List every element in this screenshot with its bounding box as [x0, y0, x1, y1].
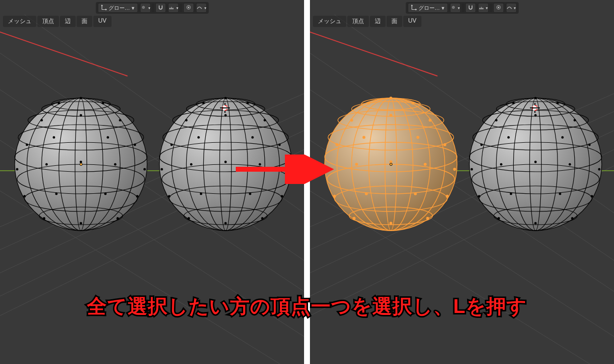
- svg-point-76: [190, 163, 193, 166]
- svg-point-28: [80, 97, 82, 100]
- svg-point-153: [495, 119, 498, 122]
- svg-point-44: [136, 195, 139, 198]
- orientation-label: グロー…: [419, 4, 440, 12]
- svg-point-82: [249, 193, 251, 195]
- svg-point-81: [200, 193, 202, 195]
- svg-point-120: [335, 143, 338, 146]
- svg-point-152: [557, 102, 559, 104]
- svg-point-116: [412, 102, 415, 104]
- svg-point-30: [102, 102, 104, 104]
- menu-vertex[interactable]: 頂点: [347, 16, 369, 27]
- svg-point-67: [185, 119, 188, 122]
- svg-point-45: [55, 193, 57, 195]
- svg-point-155: [534, 114, 537, 117]
- svg-point-71: [279, 144, 281, 146]
- svg-point-154: [574, 119, 576, 122]
- svg-point-36: [53, 136, 55, 139]
- orientation-dropdown[interactable]: グロー… ▾: [98, 3, 138, 13]
- svg-point-127: [424, 163, 427, 166]
- svg-point-129: [333, 195, 336, 198]
- svg-point-73: [251, 136, 254, 139]
- svg-point-134: [426, 217, 429, 220]
- falloff-smooth-icon: [196, 4, 202, 11]
- pivot-icon: [140, 4, 146, 11]
- prop-edit-icon: [186, 4, 192, 11]
- menu-mesh[interactable]: メッシュ: [3, 16, 36, 27]
- prop-edit-toggle[interactable]: [493, 3, 504, 13]
- svg-point-39: [143, 168, 146, 171]
- svg-point-74: [161, 168, 163, 171]
- chevron-down-icon: ▾: [132, 5, 135, 11]
- svg-point-135: [390, 222, 392, 225]
- separator: [153, 3, 153, 12]
- svg-point-3: [188, 7, 189, 8]
- svg-point-43: [23, 195, 26, 198]
- svg-point-118: [429, 119, 432, 122]
- separator: [491, 3, 491, 12]
- prop-falloff-dropdown[interactable]: ▾: [506, 3, 517, 13]
- menu-uv[interactable]: UV: [93, 16, 112, 27]
- 3d-cursor: [530, 103, 540, 113]
- prop-edit-toggle[interactable]: [183, 3, 194, 13]
- menu-mesh[interactable]: メッシュ: [313, 16, 346, 27]
- svg-point-46: [104, 193, 107, 195]
- svg-point-64: [224, 97, 227, 100]
- orientation-dropdown[interactable]: グロー… ▾: [408, 3, 448, 13]
- chevron-down-icon: ▾: [514, 6, 516, 10]
- svg-point-79: [168, 195, 170, 198]
- annotation-caption: 全て選択したい方の頂点一つを選択し、Lを押す: [0, 293, 614, 320]
- svg-point-166: [591, 195, 593, 198]
- svg-point-70: [170, 144, 173, 146]
- svg-point-122: [363, 136, 365, 139]
- svg-point-160: [471, 168, 473, 171]
- svg-point-29: [57, 102, 60, 104]
- svg-point-163: [569, 163, 571, 166]
- header-toolbar: グロー… ▾ ▾ ▾: [96, 2, 209, 14]
- chevron-down-icon: ▾: [148, 6, 150, 10]
- svg-point-126: [355, 163, 358, 166]
- axis-x: [0, 24, 128, 76]
- menu-face[interactable]: 面: [77, 16, 92, 27]
- svg-point-80: [281, 195, 283, 198]
- menu-face[interactable]: 面: [387, 16, 402, 27]
- svg-point-130: [446, 195, 449, 198]
- svg-point-69: [224, 114, 227, 117]
- svg-point-49: [80, 222, 82, 225]
- prop-falloff-dropdown[interactable]: ▾: [196, 3, 207, 13]
- svg-point-31: [40, 119, 43, 122]
- orientation-icon: [101, 4, 107, 11]
- svg-point-162: [500, 163, 502, 166]
- menu-vertex[interactable]: 頂点: [37, 16, 59, 27]
- snap-toggle[interactable]: [155, 3, 166, 13]
- snap-toggle[interactable]: [465, 3, 476, 13]
- svg-point-85: [224, 222, 227, 225]
- menu-edge[interactable]: 辺: [370, 16, 386, 27]
- mode-menu-row: メッシュ 頂点 辺 面 UV: [3, 16, 112, 27]
- magnet-icon: [158, 4, 164, 11]
- separator: [181, 3, 181, 12]
- snap-mode-dropdown[interactable]: ▾: [168, 3, 179, 13]
- svg-point-170: [571, 217, 574, 220]
- menu-uv[interactable]: UV: [403, 16, 421, 27]
- svg-point-117: [350, 119, 353, 122]
- svg-point-87: [453, 7, 454, 8]
- snap-mode-dropdown[interactable]: ▾: [478, 3, 489, 13]
- menu-edge[interactable]: 辺: [60, 16, 76, 27]
- orientation-label: グロー…: [109, 4, 130, 12]
- pivot-dropdown[interactable]: ▾: [140, 3, 151, 13]
- pivot-dropdown[interactable]: ▾: [450, 3, 461, 13]
- mode-menu-row: メッシュ 頂点 辺 面 UV: [313, 16, 421, 27]
- svg-point-83: [188, 217, 190, 220]
- svg-point-84: [261, 217, 264, 220]
- chevron-down-icon: ▾: [204, 6, 206, 10]
- svg-point-125: [453, 168, 456, 171]
- falloff-smooth-icon: [506, 4, 512, 11]
- svg-point-161: [598, 168, 601, 171]
- svg-point-41: [114, 163, 116, 166]
- header-toolbar: グロー… ▾ ▾ ▾: [406, 2, 519, 14]
- pivot-icon: [450, 4, 456, 11]
- object-origin: [80, 163, 83, 166]
- svg-point-167: [510, 193, 512, 195]
- magnet-icon: [468, 4, 474, 11]
- svg-point-119: [390, 114, 392, 117]
